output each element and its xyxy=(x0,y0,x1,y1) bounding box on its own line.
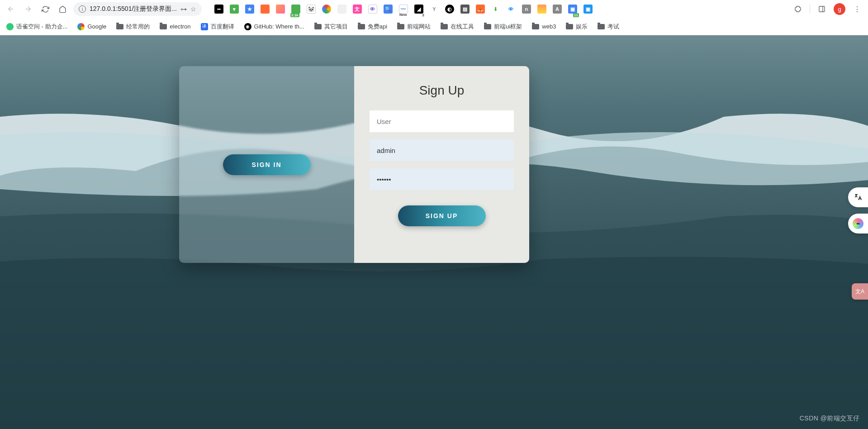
home-button[interactable] xyxy=(56,3,69,15)
bookmark-frontend[interactable]: 前端网站 xyxy=(397,23,431,31)
translate-float-button[interactable] xyxy=(848,187,868,207)
ext-icon-badge11[interactable]: ▣11 xyxy=(568,5,577,14)
folder-icon xyxy=(160,24,167,29)
password-input[interactable] xyxy=(370,168,514,190)
extensions-button[interactable] xyxy=(792,3,804,15)
ext-icon-doc[interactable]: ▤ xyxy=(460,5,470,14)
ext-icon-pink[interactable]: 文 xyxy=(353,5,362,14)
google-icon xyxy=(77,23,85,30)
bookmark-tools[interactable]: 在线工具 xyxy=(441,23,474,31)
menu-button[interactable]: ⋮ xyxy=(851,3,863,15)
bookmarks-bar: 语雀空间 - 助力企... Google 经常用的 electron 译百度翻译… xyxy=(0,18,868,35)
site-info-icon[interactable]: i xyxy=(79,5,86,13)
reload-button[interactable] xyxy=(39,3,52,15)
bookmark-other[interactable]: 其它项目 xyxy=(314,23,348,31)
signup-button[interactable]: SIGN UP xyxy=(398,205,486,226)
signin-panel: SIGN IN xyxy=(179,66,354,263)
ext-icon-lens[interactable]: 🔍 xyxy=(384,5,393,14)
bookmark-baidu[interactable]: 译百度翻译 xyxy=(201,23,234,31)
folder-icon xyxy=(484,24,491,29)
yuque-icon xyxy=(6,23,14,30)
address-bar[interactable]: i 127.0.0.1:5501/注册登录界面... ⊶ ☆ xyxy=(73,2,202,16)
folder-icon xyxy=(598,24,605,29)
ext-icon-y[interactable]: Y xyxy=(430,5,439,14)
profile-avatar[interactable]: g xyxy=(834,3,845,15)
extension-icons: •• ▾ ★ 2.1k 🐼 文 👁 🔍 〰New ◢2 Y ◐ ▤ 🦊 ⬇ 👁 … xyxy=(214,5,787,14)
ext-icon-1[interactable]: •• xyxy=(214,5,223,14)
folder-icon xyxy=(314,24,322,29)
github-icon: ◉ xyxy=(244,23,251,30)
ext-icon-blank[interactable] xyxy=(337,5,346,14)
url-text: 127.0.0.1:5501/注册登录界面... xyxy=(90,5,177,13)
folder-icon xyxy=(566,24,573,29)
star-icon[interactable]: ☆ xyxy=(190,5,196,13)
back-button[interactable] xyxy=(5,3,17,15)
signin-button[interactable]: SIGN IN xyxy=(223,154,311,175)
ext-icon-a[interactable]: A xyxy=(553,5,562,14)
bookmark-electron[interactable]: electron xyxy=(160,23,190,30)
ext-icon-flame[interactable] xyxy=(537,5,546,14)
bookmark-web3[interactable]: web3 xyxy=(532,23,556,30)
watermark-text: CSDN @前端交互仔 xyxy=(800,415,860,423)
ext-icon-shield[interactable]: ▾ xyxy=(230,5,239,14)
ext-icon-circle[interactable]: ◐ xyxy=(445,5,454,14)
svg-rect-0 xyxy=(819,6,825,12)
signup-title: Sign Up xyxy=(419,83,465,98)
ext-icon-download[interactable]: ⬇ xyxy=(491,5,500,14)
sidepanel-button[interactable] xyxy=(816,3,828,15)
bookmark-ui[interactable]: 前端ui框架 xyxy=(484,23,522,31)
folder-icon xyxy=(532,24,539,29)
ext-icon-eye[interactable]: 👁 xyxy=(368,5,377,14)
user-input[interactable] xyxy=(370,110,514,132)
ext-icon-dark[interactable]: ◢2 xyxy=(414,5,423,14)
signup-panel: Sign Up SIGN UP xyxy=(354,66,529,263)
page-content: SIGN IN Sign Up SIGN UP •• 文A CSDN @前端交互… xyxy=(0,35,868,429)
ext-icon-gradient[interactable] xyxy=(276,5,285,14)
bookmark-api[interactable]: 免费api xyxy=(358,23,387,31)
ext-icon-panda[interactable]: 🐼 xyxy=(307,5,316,14)
lang-float-button[interactable]: 文A xyxy=(852,283,868,300)
bookmark-exam[interactable]: 考试 xyxy=(598,23,619,31)
ext-icon-fire[interactable] xyxy=(261,5,270,14)
ext-icon-chrome[interactable] xyxy=(322,5,331,14)
bookmark-frequent[interactable]: 经常用的 xyxy=(116,23,150,31)
bookmark-github[interactable]: ◉GitHub: Where th... xyxy=(244,23,304,30)
ext-icon-fox[interactable]: 🦊 xyxy=(476,5,485,14)
key-icon[interactable]: ⊶ xyxy=(180,5,187,13)
ext-icon-vue[interactable]: 2.1k xyxy=(291,5,300,14)
bookmark-yuque[interactable]: 语雀空间 - 助力企... xyxy=(6,23,67,31)
ext-icon-blue[interactable]: ▣ xyxy=(583,5,593,14)
ext-icon-view[interactable]: 👁 xyxy=(507,5,516,14)
bookmark-google[interactable]: Google xyxy=(77,23,106,30)
folder-icon xyxy=(441,24,448,29)
folder-icon xyxy=(116,24,123,29)
username-input[interactable] xyxy=(370,139,514,161)
ext-icon-star[interactable]: ★ xyxy=(245,5,254,14)
baidu-icon: 译 xyxy=(201,23,208,30)
ext-icon-new[interactable]: 〰New xyxy=(399,5,408,14)
forward-button[interactable] xyxy=(22,3,34,15)
ext-icon-n[interactable]: n xyxy=(522,5,531,14)
assistant-float-button[interactable]: •• xyxy=(848,214,868,234)
browser-toolbar: i 127.0.0.1:5501/注册登录界面... ⊶ ☆ •• ▾ ★ 2.… xyxy=(0,0,868,18)
divider xyxy=(810,5,810,14)
folder-icon xyxy=(358,24,365,29)
auth-card: SIGN IN Sign Up SIGN UP xyxy=(179,66,529,263)
folder-icon xyxy=(397,24,404,29)
bookmark-fun[interactable]: 娱乐 xyxy=(566,23,588,31)
